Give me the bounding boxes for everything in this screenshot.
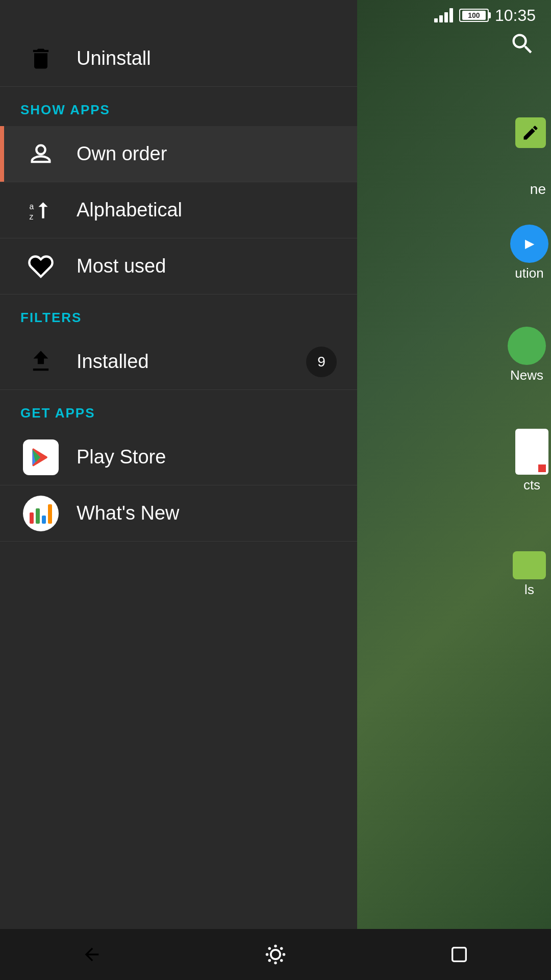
svg-point-6 — [266, 953, 269, 956]
az-sort-icon: a z — [20, 190, 61, 231]
installed-item[interactable]: Installed 9 — [0, 334, 357, 390]
home-button[interactable] — [245, 934, 306, 975]
svg-point-5 — [274, 962, 277, 965]
svg-text:a: a — [30, 202, 34, 210]
own-order-label: Own order — [77, 143, 167, 165]
most-used-item[interactable]: Most used — [0, 238, 357, 295]
drawer-menu: Uninstall SHOW APPS Own order a z — [0, 0, 357, 980]
svg-point-3 — [271, 950, 280, 959]
svg-point-0 — [36, 145, 45, 154]
play-store-label: Play Store — [77, 446, 166, 468]
status-icons: 100 10:35 — [434, 6, 536, 25]
svg-point-4 — [274, 945, 277, 948]
whats-new-icon — [20, 493, 61, 534]
selected-indicator — [0, 126, 4, 182]
trash-icon — [20, 38, 61, 79]
show-apps-section-header: SHOW APPS — [0, 87, 357, 126]
recents-button[interactable] — [429, 934, 490, 975]
person-icon — [20, 134, 61, 175]
svg-point-8 — [268, 947, 271, 950]
drawer-content: Uninstall SHOW APPS Own order a z — [0, 31, 357, 980]
whats-new-item[interactable]: What's New — [0, 485, 357, 542]
svg-text:z: z — [30, 212, 34, 221]
alphabetical-item[interactable]: a z Alphabetical — [0, 182, 357, 238]
play-store-item[interactable]: Play Store — [0, 429, 357, 485]
status-bar: 100 10:35 — [0, 0, 551, 31]
time-display: 10:35 — [495, 6, 536, 25]
search-button[interactable] — [509, 31, 536, 63]
back-button[interactable] — [61, 934, 122, 975]
download-icon — [20, 341, 61, 382]
play-store-icon — [20, 437, 61, 478]
whats-new-label: What's New — [77, 502, 180, 524]
alphabetical-label: Alphabetical — [77, 199, 182, 221]
signal-icon — [434, 8, 453, 22]
own-order-item[interactable]: Own order — [0, 126, 357, 182]
uninstall-label: Uninstall — [77, 47, 151, 69]
battery-level: 100 — [460, 11, 488, 19]
svg-point-9 — [280, 959, 283, 962]
svg-rect-12 — [453, 948, 466, 962]
svg-point-7 — [283, 953, 286, 956]
navigation-bar — [0, 929, 551, 980]
heart-icon — [20, 246, 61, 287]
filters-section-header: FILTERS — [0, 295, 357, 334]
get-apps-section-header: GET APPS — [0, 390, 357, 429]
wallpaper-content: ▶ ution News cts ls ne — [357, 31, 551, 929]
uninstall-item[interactable]: Uninstall — [0, 31, 357, 87]
installed-label: Installed — [77, 351, 149, 373]
installed-badge: 9 — [306, 347, 337, 377]
svg-point-11 — [268, 959, 271, 962]
battery-icon: 100 — [459, 9, 489, 22]
most-used-label: Most used — [77, 255, 166, 277]
svg-point-10 — [280, 947, 283, 950]
